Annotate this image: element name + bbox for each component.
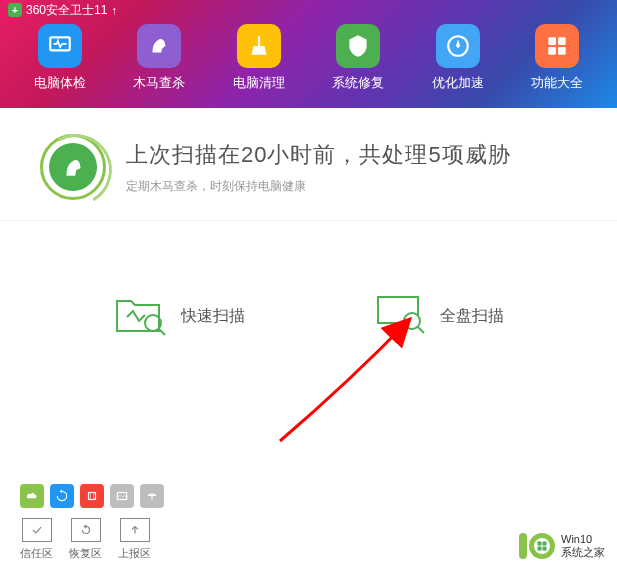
scan-label: 全盘扫描 (440, 306, 504, 327)
status-text-block: 上次扫描在20小时前，共处理5项威胁 定期木马查杀，时刻保持电脑健康 (126, 140, 597, 195)
grid-icon (535, 24, 579, 68)
status-panel: 上次扫描在20小时前，共处理5项威胁 定期木马查杀，时刻保持电脑健康 (0, 108, 617, 221)
monitor-icon (38, 24, 82, 68)
zone-label: 信任区 (20, 546, 53, 561)
nav-label: 木马查杀 (133, 74, 185, 92)
zone-label: 恢复区 (69, 546, 102, 561)
nav-label: 优化加速 (432, 74, 484, 92)
report-zone-button[interactable]: 上报区 (118, 518, 151, 561)
svg-rect-22 (543, 546, 547, 550)
bottom-bar: 信任区 恢复区 上报区 (20, 484, 164, 561)
svg-rect-3 (549, 37, 557, 45)
svg-rect-19 (538, 541, 542, 545)
umbrella-icon[interactable] (140, 484, 164, 508)
nav-system-repair[interactable]: 系统修复 (324, 24, 392, 92)
watermark: Win10 系统之家 (519, 533, 605, 559)
image-icon[interactable] (110, 484, 134, 508)
status-title: 上次扫描在20小时前，共处理5项威胁 (126, 140, 597, 170)
scan-area: 快速扫描 全盘扫描 (0, 221, 617, 371)
svg-rect-1 (258, 36, 260, 46)
full-scan-button[interactable]: 全盘扫描 (372, 291, 504, 341)
svg-rect-14 (89, 493, 96, 500)
svg-line-13 (418, 327, 424, 333)
header: + 360安全卫士11 ↑ 电脑体检 木马查杀 电脑清理 系统修复 (0, 0, 617, 108)
horse-icon (137, 24, 181, 68)
watermark-logo-icon (519, 533, 555, 559)
check-box-icon (22, 518, 52, 542)
nav-trojan-scan[interactable]: 木马查杀 (125, 24, 193, 92)
upload-box-icon (120, 518, 150, 542)
title-bar: + 360安全卫士11 ↑ (0, 0, 617, 20)
svg-rect-6 (558, 47, 566, 55)
folder-scan-icon (113, 291, 169, 341)
nav-all-tools[interactable]: 功能大全 (523, 24, 591, 92)
svg-rect-20 (543, 541, 547, 545)
nav-health-check[interactable]: 电脑体检 (26, 24, 94, 92)
broom-icon (237, 24, 281, 68)
scan-label: 快速扫描 (181, 306, 245, 327)
nav-tabs: 电脑体检 木马查杀 电脑清理 系统修复 优化加速 (0, 20, 617, 92)
status-circle-icon (40, 134, 106, 200)
nav-cleanup[interactable]: 电脑清理 (225, 24, 293, 92)
restore-zone-button[interactable]: 恢复区 (69, 518, 102, 561)
cloud-icon[interactable] (20, 484, 44, 508)
nav-label: 功能大全 (531, 74, 583, 92)
trust-zone-button[interactable]: 信任区 (20, 518, 53, 561)
quick-scan-button[interactable]: 快速扫描 (113, 291, 245, 341)
svg-rect-5 (549, 47, 557, 55)
watermark-line2: 系统之家 (561, 546, 605, 559)
nav-label: 电脑清理 (233, 74, 285, 92)
status-icon-row (20, 484, 164, 508)
refresh-icon[interactable] (50, 484, 74, 508)
shield-icon (336, 24, 380, 68)
upgrade-arrow-icon[interactable]: ↑ (111, 4, 117, 16)
svg-rect-21 (538, 546, 542, 550)
svg-rect-4 (558, 37, 566, 45)
compress-icon[interactable] (80, 484, 104, 508)
restore-box-icon (71, 518, 101, 542)
nav-label: 系统修复 (332, 74, 384, 92)
svg-point-12 (404, 313, 420, 329)
nav-optimize[interactable]: 优化加速 (424, 24, 492, 92)
watermark-line1: Win10 (561, 533, 605, 546)
nav-label: 电脑体检 (34, 74, 86, 92)
rocket-icon (436, 24, 480, 68)
zone-label: 上报区 (118, 546, 151, 561)
app-title: 360安全卫士11 (26, 2, 107, 19)
zone-row: 信任区 恢复区 上报区 (20, 518, 164, 561)
monitor-scan-icon (372, 291, 428, 341)
app-logo-icon: + (8, 3, 22, 17)
status-subtitle: 定期木马查杀，时刻保持电脑健康 (126, 178, 597, 195)
